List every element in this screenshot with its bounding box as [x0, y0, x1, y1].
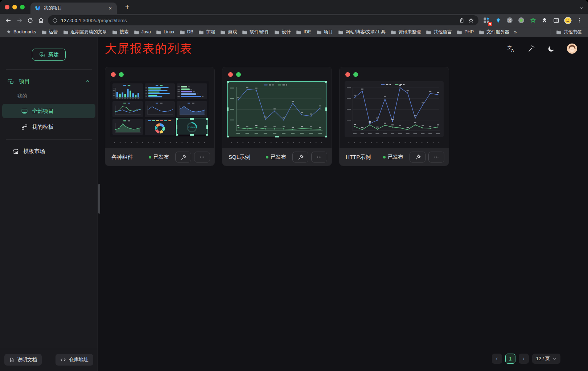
- folder-icon: [296, 30, 301, 34]
- bookmark-label: PHP: [464, 29, 474, 34]
- bookmarks-manager-item[interactable]: Bookmarks: [4, 28, 39, 36]
- repository-button[interactable]: 仓库地址: [55, 354, 93, 366]
- bookmark-folder[interactable]: 游戏: [218, 28, 239, 36]
- new-tab-button[interactable]: +: [123, 3, 132, 12]
- back-button[interactable]: [3, 15, 14, 25]
- publish-status: 已发布: [266, 154, 286, 160]
- tab-close-icon[interactable]: ×: [107, 5, 113, 11]
- bookmark-folder[interactable]: 其他书签: [554, 28, 584, 36]
- translate-icon[interactable]: 文A: [507, 45, 515, 53]
- dark-mode-moon-icon[interactable]: [547, 45, 555, 53]
- svg-text:A: A: [511, 48, 514, 53]
- bookmark-label: 运营: [49, 29, 58, 35]
- gem-extension-icon[interactable]: [493, 16, 503, 25]
- close-window-button[interactable]: [5, 5, 9, 9]
- current-page[interactable]: 1: [505, 354, 515, 364]
- page-info-icon[interactable]: [52, 18, 58, 23]
- project-card[interactable]: SQL示例 已发布: [222, 67, 332, 166]
- bookmark-folder[interactable]: 资讯未整理: [388, 28, 424, 36]
- tab-search-chevron-icon[interactable]: [579, 6, 584, 10]
- tab-manager-extension-icon[interactable]: 9: [482, 16, 492, 25]
- magic-wand-icon[interactable]: [527, 45, 535, 53]
- docs-button[interactable]: 说明文档: [4, 354, 42, 366]
- bookmark-folder[interactable]: Linux: [153, 28, 177, 36]
- extensions-puzzle-icon[interactable]: [540, 16, 550, 25]
- star-icon: [6, 29, 11, 34]
- sidebar-group-project[interactable]: 项目: [0, 74, 98, 88]
- green-star-extension-icon[interactable]: [528, 16, 538, 25]
- svg-text:⌘: ⌘: [508, 18, 511, 22]
- address-bar[interactable]: 127.0.0.1:3000/#/project/items: [48, 15, 478, 25]
- project-card[interactable]: 25.00% 各种组件 已发布: [105, 67, 215, 166]
- bookmark-folder[interactable]: 文件服务器: [476, 28, 512, 36]
- bookmark-folder[interactable]: 近期需要读的文章: [61, 28, 110, 36]
- edit-project-button[interactable]: [175, 152, 191, 162]
- publish-status: 已发布: [149, 154, 169, 160]
- bookmark-folder[interactable]: 项目: [314, 28, 336, 36]
- bookmark-folder[interactable]: 设计: [272, 28, 293, 36]
- card-preview-area[interactable]: [222, 67, 332, 148]
- share-icon[interactable]: [459, 17, 465, 23]
- edit-project-button[interactable]: [292, 152, 308, 162]
- bookmark-folder[interactable]: Java: [131, 28, 153, 36]
- sidebar-item-template-market[interactable]: 模板市场: [2, 144, 95, 158]
- browser-menu-icon[interactable]: [575, 16, 584, 25]
- bookmark-folder[interactable]: 运营: [39, 28, 61, 36]
- bookmark-folder[interactable]: 搜索: [110, 28, 131, 36]
- screens-icon: [7, 78, 14, 85]
- command-extension-icon[interactable]: ⌘: [505, 16, 515, 25]
- sidebar-divider: [6, 139, 92, 140]
- edit-project-button[interactable]: [410, 152, 425, 162]
- profile-smiley-avatar[interactable]: [563, 16, 573, 25]
- mini-chart-area: [112, 119, 143, 135]
- card-preview-area[interactable]: [340, 67, 449, 148]
- chevron-up-icon[interactable]: [85, 79, 90, 84]
- project-thumbnail: 25.00%: [110, 81, 209, 137]
- zoom-window-button[interactable]: [20, 5, 25, 9]
- bookmark-folder[interactable]: DB: [177, 28, 196, 36]
- bookmark-label: 软件/硬件: [250, 29, 269, 35]
- bookmark-folder[interactable]: 网站/博客/文章/工具: [336, 28, 388, 36]
- mini-chart-donut: [145, 119, 175, 135]
- docs-button-label: 说明文档: [17, 356, 37, 363]
- reload-button[interactable]: [25, 15, 36, 25]
- recorder-extension-icon[interactable]: [517, 16, 526, 25]
- sidebar-item-label: 模板市场: [23, 148, 45, 155]
- store-icon: [12, 148, 19, 155]
- side-panel-icon[interactable]: [551, 16, 561, 25]
- page-size-select[interactable]: 12 / 页: [532, 354, 560, 364]
- bookmarks-overflow-chevron[interactable]: »: [512, 29, 519, 35]
- more-actions-button[interactable]: [194, 152, 210, 162]
- bookmark-folder[interactable]: IDE: [293, 28, 314, 36]
- code-icon: [60, 357, 66, 363]
- card-preview-area[interactable]: 25.00%: [105, 67, 214, 148]
- minimize-window-button[interactable]: [12, 5, 17, 9]
- bookmark-folder[interactable]: 前端: [196, 28, 218, 36]
- forward-button[interactable]: [14, 15, 25, 25]
- tab-title: 我的项目: [44, 5, 104, 11]
- bookmark-folder[interactable]: 其他语言: [423, 28, 454, 36]
- more-actions-button[interactable]: [428, 152, 444, 162]
- bookmark-folder[interactable]: PHP: [454, 28, 476, 36]
- user-avatar[interactable]: [567, 44, 577, 54]
- sidebar-item-my-templates[interactable]: 我的模板: [2, 120, 95, 134]
- header-actions: 文A: [507, 44, 577, 54]
- repository-button-label: 仓库地址: [69, 356, 89, 363]
- bookmark-folder[interactable]: 软件/硬件: [239, 28, 271, 36]
- bookmark-star-icon[interactable]: [468, 17, 474, 24]
- thumbnail-window-dots: [110, 72, 209, 81]
- home-button[interactable]: [36, 15, 46, 25]
- document-icon: [9, 357, 15, 363]
- folder-icon: [479, 30, 484, 34]
- more-actions-button[interactable]: [311, 152, 327, 162]
- folder-icon: [391, 30, 396, 34]
- folder-icon: [112, 30, 118, 34]
- new-project-button[interactable]: 新建: [32, 49, 66, 61]
- next-page-button[interactable]: ›: [519, 354, 529, 364]
- sidebar-item-all-projects[interactable]: 全部项目: [2, 104, 95, 118]
- bookmarks-divider: [551, 29, 551, 35]
- prev-page-button[interactable]: ‹: [492, 354, 502, 364]
- content-scrollbar-thumb[interactable]: [98, 184, 100, 214]
- project-card[interactable]: HTTP示例 已发布: [339, 67, 449, 166]
- browser-tab[interactable]: 我的项目 ×: [30, 3, 117, 14]
